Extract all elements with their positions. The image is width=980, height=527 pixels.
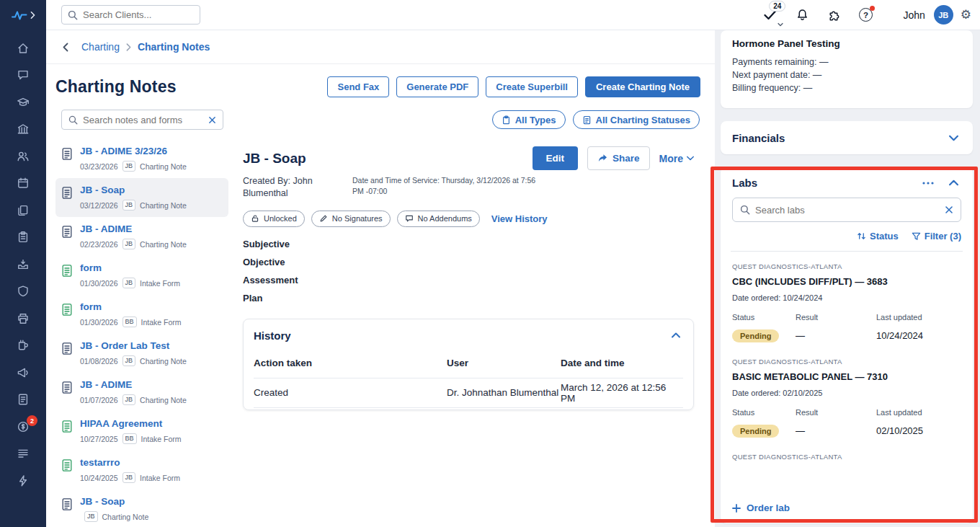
note-item-type: Charting Note: [140, 240, 187, 249]
back-button[interactable]: [56, 37, 75, 56]
tasks-button[interactable]: 24: [754, 1, 786, 30]
all-charting-statuses-filter[interactable]: All Charting Statuses: [573, 110, 700, 129]
create-charting-note-button[interactable]: Create Charting Note: [585, 76, 700, 97]
note-list-item[interactable]: JB - ADIME02/23/2026JBCharting Note: [55, 217, 228, 256]
locked-status-pill[interactable]: Unlocked: [243, 211, 305, 227]
avatar[interactable]: JB: [934, 5, 953, 25]
marketing-icon: [17, 366, 30, 379]
note-list-item[interactable]: JB - ADIME 3/23/2603/23/2026JBCharting N…: [55, 139, 228, 178]
notes-search[interactable]: [61, 110, 223, 130]
labs-menu-icon[interactable]: [920, 180, 936, 187]
note-item-title[interactable]: JB - ADIME 3/23/26: [80, 146, 187, 156]
generate-pdf-button[interactable]: Generate PDF: [396, 76, 478, 97]
note-item-title[interactable]: JB - Order Lab Test: [80, 340, 187, 351]
labs-search[interactable]: [732, 198, 961, 222]
note-item-title[interactable]: JB - Soap: [80, 185, 187, 195]
content-row: JB - ADIME 3/23/2603/23/2026JBCharting N…: [46, 130, 715, 527]
note-list-item[interactable]: HIPAA Agreement10/27/2025BBIntake Form: [55, 412, 228, 451]
automations-icon: [17, 474, 30, 487]
share-button[interactable]: Share: [587, 146, 650, 170]
all-types-filter[interactable]: All Types: [492, 110, 566, 129]
app-logo[interactable]: [0, 0, 46, 30]
sidebar-item-home[interactable]: [0, 35, 46, 62]
sidebar-item-menu[interactable]: [0, 440, 46, 468]
sidebar-item-packages[interactable]: [0, 332, 46, 360]
note-list-item[interactable]: testarrro10/24/2025JBIntake Form: [55, 451, 228, 490]
lab-date-ordered: Date ordered: 02/10/2025: [732, 389, 961, 397]
note-list-item[interactable]: JB - Order Lab Test01/08/2026JBCharting …: [55, 334, 228, 373]
labs-search-input[interactable]: [755, 205, 940, 216]
create-superbill-button[interactable]: Create Superbill: [486, 76, 578, 97]
note-item-title[interactable]: testarrro: [80, 457, 180, 468]
note-item-date: 02/23/2026: [80, 240, 118, 249]
note-item-title[interactable]: JB - ADIME: [80, 379, 187, 390]
lab-entry: QUEST DIAGNOSTICS-ATLANTABASIC METABOLIC…: [732, 358, 961, 449]
addendums-status-pill[interactable]: No Addendums: [397, 211, 480, 227]
calendar-icon: [17, 177, 30, 190]
edit-button[interactable]: Edit: [533, 146, 579, 170]
breadcrumb-charting[interactable]: Charting: [81, 41, 120, 53]
note-list-item[interactable]: form01/30/2026JBIntake Form: [55, 256, 228, 295]
sidebar-item-billing[interactable]: 2: [0, 413, 46, 440]
signatures-status-pill[interactable]: No Signatures: [311, 211, 391, 227]
page-actions: Send Fax Generate PDF Create Superbill C…: [327, 76, 700, 97]
sidebar-item-documents[interactable]: [0, 197, 46, 224]
document-icon: [582, 115, 592, 125]
charting-note-icon: [61, 381, 73, 405]
sidebar-item-forms[interactable]: [0, 224, 46, 252]
section-objective: Objective: [243, 257, 694, 267]
note-item-title[interactable]: JB - ADIME: [80, 223, 187, 234]
sidebar-item-organization[interactable]: [0, 116, 46, 143]
collapse-labs-icon[interactable]: [946, 177, 961, 189]
labs-status-sort-button[interactable]: Status: [857, 231, 899, 242]
integrations-button[interactable]: [818, 1, 850, 30]
main-content: Charting Charting Notes Charting Notes S…: [46, 30, 715, 527]
client-search-input[interactable]: [83, 9, 194, 20]
sidebar-item-education[interactable]: [0, 89, 46, 116]
more-button[interactable]: More: [659, 153, 694, 164]
note-list-item[interactable]: JB - Soap03/12/2026JBCharting Note: [55, 178, 228, 217]
note-item-title[interactable]: form: [80, 301, 182, 312]
financials-card[interactable]: Financials: [721, 121, 973, 154]
view-history-link[interactable]: View History: [491, 213, 548, 224]
sidebar-item-messages[interactable]: [0, 62, 46, 89]
sidebar-item-fax[interactable]: [0, 305, 46, 332]
sidebar-item-automations[interactable]: [0, 467, 46, 495]
sidebar-item-calendar[interactable]: [0, 170, 46, 198]
clear-labs-search-icon[interactable]: [945, 205, 953, 214]
search-icon: [68, 115, 78, 125]
help-button[interactable]: [850, 1, 881, 30]
note-list-item[interactable]: JB - ADIME01/07/2026JBCharting Note: [55, 373, 228, 412]
notifications-button[interactable]: [786, 1, 818, 30]
note-item-type: Charting Note: [140, 201, 187, 210]
sidebar-item-inbox[interactable]: [0, 251, 46, 278]
sidebar-item-clients[interactable]: [0, 143, 46, 170]
labs-card: Labs Stat: [721, 167, 973, 523]
all-types-label: All Types: [515, 115, 556, 125]
note-list-item[interactable]: form01/30/2026BBIntake Form: [55, 295, 228, 334]
topbar: 24 John JB: [46, 0, 980, 30]
notes-search-input[interactable]: [83, 115, 203, 125]
search-icon: [68, 10, 78, 20]
sidebar-item-security[interactable]: [0, 278, 46, 306]
collapse-history-icon[interactable]: [669, 329, 683, 341]
sidebar-item-marketing[interactable]: [0, 359, 46, 386]
client-search[interactable]: [61, 5, 200, 25]
note-item-type: Charting Note: [140, 357, 187, 366]
lab-column-header: Result: [796, 408, 876, 417]
note-item-date: 01/30/2026: [80, 279, 118, 288]
send-fax-button[interactable]: Send Fax: [327, 76, 389, 97]
labs-filter-button[interactable]: Filter (3): [912, 231, 961, 242]
order-lab-button[interactable]: Order lab: [732, 502, 790, 513]
clear-search-icon[interactable]: [208, 116, 216, 124]
note-list-item[interactable]: JB - SoapJBCharting Note: [55, 490, 228, 527]
sidebar-item-reports[interactable]: [0, 386, 46, 414]
sidebar-expand-icon[interactable]: [30, 12, 35, 19]
breadcrumb-charting-notes[interactable]: Charting Notes: [138, 41, 210, 53]
note-item-title[interactable]: form: [80, 262, 180, 273]
note-item-title[interactable]: HIPAA Agreement: [80, 418, 182, 429]
gear-icon[interactable]: [961, 9, 971, 21]
note-item-title[interactable]: JB - Soap: [80, 496, 148, 507]
expand-financials-icon[interactable]: [946, 132, 961, 144]
user-name[interactable]: John: [903, 9, 925, 21]
